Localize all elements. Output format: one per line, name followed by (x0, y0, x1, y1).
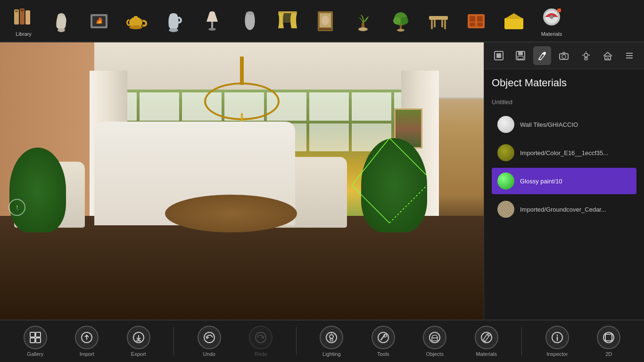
material-list: Wall Tiles/GHIACCIOImported/Color_E16__1… (492, 111, 636, 222)
plant-left (9, 148, 66, 232)
material-item-glossy-paint[interactable]: Glossy paint/10 (492, 168, 636, 194)
toolbar-item-table[interactable] (420, 2, 457, 40)
svg-point-81 (330, 335, 333, 338)
toolbar-item-jug[interactable] (156, 2, 193, 40)
material-name-glossy-paint: Glossy paint/10 (520, 178, 562, 185)
toolbar-item-vase[interactable] (42, 2, 80, 40)
bottom-item-redo[interactable]: Redo (244, 326, 277, 357)
panel-tool-camera[interactable] (555, 46, 573, 65)
panel-toolbar (484, 42, 644, 69)
svg-rect-88 (432, 338, 438, 341)
tools-icon (372, 326, 395, 349)
panel-tool-paint[interactable] (533, 46, 551, 65)
svg-point-30 (397, 29, 405, 32)
right-panel: Object Materials Untitled Wall Tiles/GHI… (484, 42, 644, 320)
svg-rect-37 (470, 16, 475, 22)
vase-icon (49, 8, 74, 33)
svg-rect-34 (434, 20, 436, 27)
material-swatch-imported-groundcover (497, 201, 514, 218)
flatshape-icon (502, 8, 526, 33)
2d-label: 2D (605, 351, 612, 357)
svg-rect-39 (470, 23, 475, 26)
material-swatch-glossy-paint (497, 173, 514, 189)
plant1-icon (351, 8, 375, 33)
toolbar-item-plant2[interactable] (382, 2, 420, 40)
svg-rect-72 (36, 338, 41, 343)
coffee-table (165, 195, 297, 232)
svg-point-6 (58, 28, 65, 32)
redo-icon (249, 326, 272, 349)
toolbar-item-flatshape[interactable] (495, 2, 533, 40)
toolbar-item-painting[interactable] (306, 2, 344, 40)
divider-3 (521, 327, 522, 355)
svg-point-78 (204, 332, 215, 343)
divider-2 (296, 327, 297, 355)
import-label: Import (80, 351, 94, 357)
lamp-icon (200, 8, 224, 33)
toolbar-item-curtains[interactable] (269, 2, 306, 40)
material-swatch-imported-color (497, 144, 514, 161)
library-label: Library (16, 31, 32, 37)
teapot-icon (124, 8, 149, 33)
toolbar-item-plant1[interactable] (344, 2, 382, 40)
materials-icon (539, 5, 564, 29)
svg-rect-4 (21, 9, 24, 11)
bottom-item-2d[interactable]: 2D (592, 326, 625, 357)
material-name-wall-tiles: Wall Tiles/GHIACCIO (520, 121, 578, 128)
svg-rect-35 (441, 20, 443, 27)
bottom-item-objects[interactable]: Objects (418, 326, 451, 357)
svg-rect-19 (282, 13, 293, 23)
material-item-imported-groundcover[interactable]: Imported/Groundcover_Cedar... (492, 196, 636, 222)
bottom-item-gallery[interactable]: Gallery (19, 326, 52, 357)
toolbar-item-lamp[interactable] (193, 2, 231, 40)
bottom-item-lighting[interactable]: Lighting (315, 326, 348, 357)
panel-content: Object Materials Untitled Wall Tiles/GHI… (484, 69, 644, 320)
inspector-icon (545, 326, 569, 349)
scroll-indicator[interactable]: ↑ (8, 199, 25, 216)
table-icon (426, 8, 451, 33)
toolbar-item-library[interactable]: Library (5, 2, 42, 40)
svg-point-44 (550, 15, 553, 19)
svg-point-11 (129, 25, 142, 29)
bottom-item-tools[interactable]: Tools (367, 326, 400, 357)
toolbar-item-teapot[interactable] (118, 2, 156, 40)
material-swatch-wall-tiles (497, 116, 514, 133)
plant2-icon (388, 8, 413, 33)
svg-point-22 (322, 16, 329, 25)
svg-point-25 (358, 27, 368, 31)
material-item-wall-tiles[interactable]: Wall Tiles/GHIACCIO (492, 111, 636, 138)
panel-tool-object[interactable] (490, 46, 508, 65)
bottom-item-undo[interactable]: Undo (193, 326, 226, 357)
top-toolbar: Library (0, 0, 644, 42)
svg-point-28 (401, 17, 408, 25)
panel-tool-save[interactable] (512, 46, 529, 65)
toolbar-item-vase2[interactable] (231, 2, 269, 40)
bottom-item-import[interactable]: Import (70, 326, 103, 357)
bottom-item-materials[interactable]: Materials (470, 326, 503, 357)
bottom-item-inspector[interactable]: Inspector (541, 326, 574, 357)
material-name-imported-color: Imported/Color_E16__1eccf35... (520, 149, 608, 156)
inspector-label: Inspector (546, 351, 568, 357)
svg-rect-31 (429, 16, 448, 20)
library-icon (11, 5, 36, 29)
panel-tool-home[interactable] (599, 46, 617, 65)
window-pane (309, 123, 349, 152)
gallery-label: Gallery (27, 351, 43, 357)
panel-tool-list[interactable] (620, 46, 638, 65)
viewport[interactable]: ↑ (0, 42, 484, 320)
svg-point-55 (543, 52, 546, 55)
undo-icon (198, 326, 221, 349)
svg-rect-69 (30, 332, 35, 337)
materials-bottom-label: Materials (476, 351, 497, 357)
toolbar-item-materials[interactable]: Materials (533, 2, 570, 40)
materials-label: Materials (541, 31, 562, 37)
material-item-imported-color[interactable]: Imported/Color_E16__1eccf35... (492, 140, 636, 166)
toolbar-item-fireplace[interactable] (80, 2, 118, 40)
toolbar-item-storage[interactable] (457, 2, 495, 40)
lighting-label: Lighting (322, 351, 341, 357)
panel-tool-light[interactable] (577, 46, 595, 65)
fireplace-icon (87, 8, 111, 33)
vase2-icon (238, 8, 262, 33)
main-area: ↑ (0, 42, 644, 320)
bottom-item-export[interactable]: Export (122, 326, 155, 357)
